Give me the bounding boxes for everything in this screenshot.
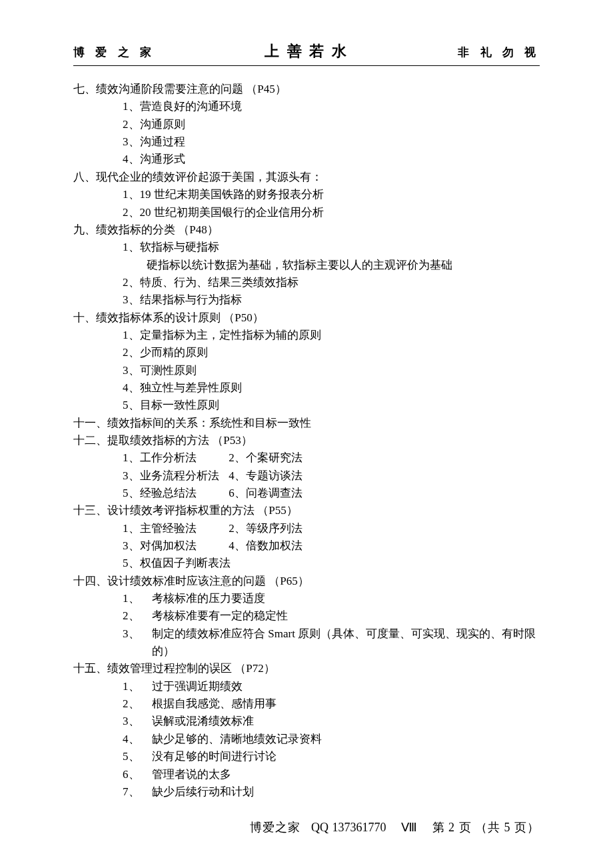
section-7-item: 4、沟通形式 xyxy=(73,151,540,168)
section-15-item: 4、缺少足够的、清晰地绩效记录资料 xyxy=(73,731,540,748)
section-15-item: 1、过于强调近期绩效 xyxy=(73,678,540,695)
item-number: 1、 xyxy=(123,678,152,695)
section-12-cell: 5、经验总结法 xyxy=(123,485,226,502)
section-13-cell: 5、权值因子判断表法 xyxy=(123,555,231,572)
section-11-title: 十一、绩效指标间的关系：系统性和目标一致性 xyxy=(73,415,540,432)
item-text: 过于强调近期绩效 xyxy=(152,680,243,693)
section-13-row: 1、主管经验法 2、等级序列法 xyxy=(73,520,540,537)
section-15-title: 十五、绩效管理过程控制的误区 （P72） xyxy=(73,660,540,677)
section-15-item: 6、管理者说的太多 xyxy=(73,766,540,783)
header-center: 上 善 若 水 xyxy=(265,40,348,63)
section-13-row: 3、对偶加权法 4、倍数加权法 xyxy=(73,537,540,555)
section-10-item: 5、目标一致性原则 xyxy=(73,397,540,414)
item-text: 考核标准的压力要适度 xyxy=(152,592,265,605)
section-9-item: 1、软指标与硬指标 xyxy=(73,239,540,256)
section-13-title: 十三、设计绩效考评指标权重的方法 （P55） xyxy=(73,502,540,519)
footer-qq-number: 137361770 xyxy=(332,821,386,834)
section-14-title: 十四、设计绩效标准时应该注意的问题 （P65） xyxy=(73,573,540,590)
section-13-row: 5、权值因子判断表法 xyxy=(73,555,540,572)
section-12-cell: 1、工作分析法 xyxy=(123,449,226,467)
item-number: 6、 xyxy=(123,766,152,783)
item-text: 缺少后续行动和计划 xyxy=(152,785,254,798)
section-9-title: 九、绩效指标的分类 （P48） xyxy=(73,221,540,239)
item-number: 1、 xyxy=(123,590,152,607)
section-14-item: 1、考核标准的压力要适度 xyxy=(73,590,540,607)
footer-page-mid: 页 （共 xyxy=(459,821,501,834)
section-10-title: 十、绩效指标体系的设计原则 （P50） xyxy=(73,309,540,327)
section-10-item: 2、少而精的原则 xyxy=(73,344,540,361)
section-12-row: 5、经验总结法 6、问卷调查法 xyxy=(73,485,540,502)
section-13-cell: 4、倍数加权法 xyxy=(229,537,332,555)
section-12-row: 3、业务流程分析法 4、专题访谈法 xyxy=(73,467,540,485)
section-15-item: 3、误解或混淆绩效标准 xyxy=(73,713,540,730)
section-12-cell: 3、业务流程分析法 xyxy=(123,467,226,485)
page-header: 博 爱 之 家 上 善 若 水 非 礼 勿 视 xyxy=(73,40,540,66)
section-10-item: 4、独立性与差异性原则 xyxy=(73,379,540,397)
item-text: 没有足够的时间进行讨论 xyxy=(152,750,277,763)
document-page: 博 爱 之 家 上 善 若 水 非 礼 勿 视 七、绩效沟通阶段需要注意的问题 … xyxy=(0,0,613,801)
section-12-title: 十二、提取绩效指标的方法 （P53） xyxy=(73,432,540,449)
section-12-cell: 2、个案研究法 xyxy=(229,449,332,467)
footer-roman: Ⅷ xyxy=(401,821,418,834)
item-number: 2、 xyxy=(123,607,152,625)
item-text: 误解或混淆绩效标准 xyxy=(152,715,254,727)
section-9-item: 3、结果指标与行为指标 xyxy=(73,291,540,309)
item-text: 缺少足够的、清晰地绩效记录资料 xyxy=(152,733,322,745)
item-text: 制定的绩效标准应符合 Smart 原则（具体、可度量、可实现、现实的、有时限的） xyxy=(152,625,540,661)
section-10-item: 1、定量指标为主，定性指标为辅的原则 xyxy=(73,327,540,344)
section-10-item: 3、可测性原则 xyxy=(73,362,540,379)
section-9-item: 2、特质、行为、结果三类绩效指标 xyxy=(73,274,540,291)
section-13-cell: 1、主管经验法 xyxy=(123,520,226,537)
section-14-item: 2、考核标准要有一定的稳定性 xyxy=(73,607,540,625)
section-7-item: 2、沟通原则 xyxy=(73,116,540,133)
item-number: 5、 xyxy=(123,748,152,765)
section-8-title: 八、现代企业的绩效评价起源于美国，其源头有： xyxy=(73,169,540,186)
header-left: 博 爱 之 家 xyxy=(73,44,155,61)
section-8-item: 2、20 世纪初期美国银行的企业信用分析 xyxy=(73,204,540,221)
header-right: 非 礼 勿 视 xyxy=(458,44,540,61)
item-number: 3、 xyxy=(123,625,152,661)
section-12-cell: 4、专题访谈法 xyxy=(229,467,332,485)
item-text: 管理者说的太多 xyxy=(152,768,231,781)
footer-page-suffix: 页） xyxy=(514,821,540,834)
item-number: 3、 xyxy=(123,713,152,730)
footer-page-total: 5 xyxy=(504,821,511,834)
section-7-title: 七、绩效沟通阶段需要注意的问题 （P45） xyxy=(73,81,540,98)
section-12-cell: 6、问卷调查法 xyxy=(229,485,332,502)
footer-page-number: 2 xyxy=(448,821,455,834)
section-7-item: 1、营造良好的沟通环境 xyxy=(73,98,540,115)
footer-qq-label: QQ xyxy=(311,821,328,834)
section-14-item: 3、制定的绩效标准应符合 Smart 原则（具体、可度量、可实现、现实的、有时限… xyxy=(73,625,540,661)
item-number: 2、 xyxy=(123,695,152,713)
section-8-item: 1、19 世纪末期美国铁路的财务报表分析 xyxy=(73,186,540,203)
section-15-item: 7、缺少后续行动和计划 xyxy=(73,783,540,801)
section-15-item: 2、根据自我感觉、感情用事 xyxy=(73,695,540,713)
section-13-cell: 2、等级序列法 xyxy=(229,520,332,537)
section-9-note: 硬指标以统计数据为基础，软指标主要以人的主观评价为基础 xyxy=(73,257,540,274)
footer-brand: 博爱之家 xyxy=(250,821,301,834)
section-7-item: 3、沟通过程 xyxy=(73,133,540,151)
item-text: 根据自我感觉、感情用事 xyxy=(152,697,277,710)
footer-page-prefix: 第 xyxy=(432,821,445,834)
page-footer: 博爱之家 QQ 137361770 Ⅷ 第 2 页 （共 5 页） xyxy=(0,819,540,837)
item-number: 7、 xyxy=(123,783,152,801)
section-12-row: 1、工作分析法 2、个案研究法 xyxy=(73,449,540,467)
item-text: 考核标准要有一定的稳定性 xyxy=(152,609,288,622)
item-number: 4、 xyxy=(123,731,152,748)
section-15-item: 5、没有足够的时间进行讨论 xyxy=(73,748,540,765)
section-13-cell: 3、对偶加权法 xyxy=(123,537,226,555)
